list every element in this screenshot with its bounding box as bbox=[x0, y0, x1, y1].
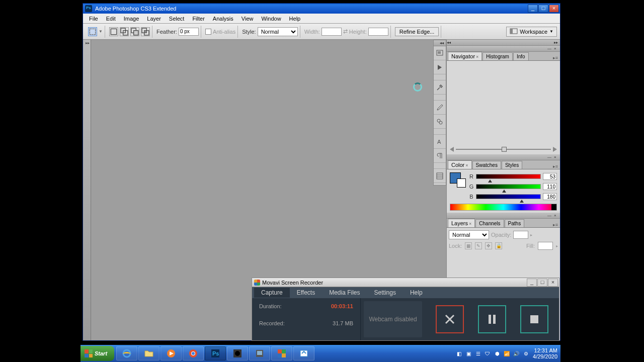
taskbar-ie[interactable] bbox=[116, 346, 137, 360]
dock-collapse-icon[interactable]: ◂◂ bbox=[440, 41, 445, 45]
blend-mode-select[interactable]: Normal bbox=[449, 230, 489, 239]
movavi-maximize-button[interactable]: □ bbox=[537, 279, 547, 287]
webcam-panel[interactable]: Webcam disabled bbox=[364, 301, 422, 337]
tab-channels[interactable]: Channels bbox=[475, 219, 504, 227]
dock-actions-icon[interactable] bbox=[434, 60, 446, 74]
selection-new-button[interactable] bbox=[109, 27, 118, 36]
bg-color[interactable] bbox=[457, 178, 466, 188]
movavi-titlebar[interactable]: Movavi Screen Recorder _ □ × bbox=[252, 278, 559, 287]
taskbar-photoshop[interactable]: Ps bbox=[205, 346, 226, 360]
selection-add-button[interactable] bbox=[120, 27, 129, 36]
tab-styles[interactable]: Styles bbox=[502, 161, 522, 169]
movavi-close-button[interactable]: × bbox=[548, 279, 558, 287]
selection-subtract-button[interactable] bbox=[130, 27, 139, 36]
movavi-menu-help[interactable]: Help bbox=[403, 288, 430, 298]
panel-collapse-icon[interactable]: ◂◂ bbox=[447, 41, 452, 45]
dock-paragraph-icon[interactable] bbox=[434, 149, 446, 163]
tab-close-icon[interactable]: × bbox=[465, 163, 468, 168]
start-button[interactable]: Start bbox=[80, 346, 114, 361]
dock-tools-icon[interactable] bbox=[434, 80, 446, 95]
panel-close-icon[interactable]: × bbox=[554, 47, 559, 51]
movavi-menu-media[interactable]: Media Files bbox=[322, 288, 367, 298]
zoom-slider[interactable] bbox=[456, 149, 551, 150]
spectrum-bar[interactable] bbox=[450, 204, 557, 211]
close-button[interactable]: × bbox=[549, 5, 559, 13]
cancel-button[interactable] bbox=[436, 305, 464, 333]
taskbar-explorer[interactable] bbox=[138, 346, 159, 360]
menu-file[interactable]: File bbox=[85, 15, 102, 23]
panel-close-icon[interactable]: × bbox=[554, 214, 559, 218]
tray-shield-icon[interactable]: 🛡 bbox=[484, 349, 492, 357]
lock-paint-icon[interactable]: ✎ bbox=[475, 242, 482, 249]
movavi-minimize-button[interactable]: _ bbox=[527, 279, 537, 287]
menu-edit[interactable]: Edit bbox=[102, 15, 120, 23]
dock-layercomps-icon[interactable] bbox=[434, 169, 446, 183]
dock-clone-icon[interactable] bbox=[434, 115, 446, 129]
tab-swatches[interactable]: Swatches bbox=[472, 161, 501, 169]
left-dock-strip[interactable]: ▸▸ bbox=[83, 40, 91, 340]
clock[interactable]: 12:31 AM 4/29/2020 bbox=[533, 347, 557, 359]
tray-icon[interactable]: ⚙ bbox=[522, 349, 530, 357]
lock-move-icon[interactable]: ✥ bbox=[485, 242, 492, 249]
menu-help[interactable]: Help bbox=[285, 15, 305, 23]
panel-menu-icon[interactable]: ▸≡ bbox=[553, 55, 558, 60]
refine-edge-button[interactable]: Refine Edge... bbox=[395, 27, 439, 36]
tab-info[interactable]: Info bbox=[513, 52, 529, 60]
tray-icon[interactable]: ◧ bbox=[455, 349, 463, 357]
tab-paths[interactable]: Paths bbox=[505, 219, 525, 227]
g-slider[interactable] bbox=[476, 184, 541, 189]
b-slider[interactable] bbox=[476, 194, 541, 199]
dock-character-icon[interactable]: A bbox=[434, 135, 446, 149]
lock-all-icon[interactable]: 🔒 bbox=[495, 242, 502, 249]
panel-menu-icon[interactable]: ▸≡ bbox=[553, 164, 558, 169]
pause-button[interactable] bbox=[478, 305, 506, 333]
tab-histogram[interactable]: Histogram bbox=[482, 52, 513, 60]
menu-filter[interactable]: Filter bbox=[188, 15, 208, 23]
tab-navigator[interactable]: Navigator× bbox=[448, 52, 482, 60]
zoom-in-icon[interactable] bbox=[553, 147, 557, 152]
tab-color[interactable]: Color× bbox=[448, 160, 472, 169]
tray-icon[interactable]: ☰ bbox=[474, 349, 482, 357]
tab-close-icon[interactable]: × bbox=[476, 54, 478, 59]
swap-wh-icon[interactable]: ⇄ bbox=[343, 28, 348, 35]
tray-volume-icon[interactable]: 🔊 bbox=[512, 349, 520, 357]
movavi-menu-effects[interactable]: Effects bbox=[290, 288, 322, 298]
titlebar[interactable]: Adobe Photoshop CS3 Extended _ □ × bbox=[83, 4, 560, 14]
taskbar-app1[interactable] bbox=[227, 346, 248, 360]
taskbar-movavi[interactable] bbox=[271, 346, 292, 360]
tray-icon[interactable]: ▣ bbox=[464, 349, 472, 357]
stop-button[interactable] bbox=[520, 305, 548, 333]
style-select[interactable]: Normal bbox=[258, 27, 298, 36]
zoom-out-icon[interactable] bbox=[450, 147, 454, 152]
taskbar-app2[interactable] bbox=[249, 346, 270, 360]
selection-intersect-button[interactable] bbox=[141, 27, 150, 36]
tray-icon[interactable]: ⬢ bbox=[493, 349, 501, 357]
tab-layers[interactable]: Layers× bbox=[448, 219, 475, 227]
r-value[interactable] bbox=[543, 173, 557, 180]
feather-input[interactable] bbox=[179, 28, 199, 36]
panel-close-icon[interactable]: × bbox=[554, 155, 559, 159]
menu-analysis[interactable]: Analysis bbox=[209, 15, 237, 23]
marquee-tool-preset[interactable] bbox=[88, 27, 97, 36]
dock-navigator-icon[interactable] bbox=[434, 46, 446, 60]
menu-layer[interactable]: Layer bbox=[143, 15, 165, 23]
r-slider[interactable] bbox=[476, 174, 541, 179]
panel-min-icon[interactable]: — bbox=[547, 214, 552, 218]
panel-min-icon[interactable]: — bbox=[547, 47, 552, 51]
movavi-menu-capture[interactable]: Capture bbox=[254, 288, 290, 298]
taskbar-app3[interactable] bbox=[293, 346, 314, 360]
dock-brushes-icon[interactable] bbox=[434, 101, 446, 115]
panel-min-icon[interactable]: — bbox=[547, 155, 552, 159]
menu-view[interactable]: View bbox=[237, 15, 258, 23]
tray-network-icon[interactable]: 📶 bbox=[503, 349, 511, 357]
menu-select[interactable]: Select bbox=[165, 15, 189, 23]
maximize-button[interactable]: □ bbox=[538, 5, 548, 13]
panel-expand-icon[interactable]: ▸▸ bbox=[554, 41, 559, 45]
panel-menu-icon[interactable]: ▸≡ bbox=[553, 222, 558, 227]
minimize-button[interactable]: _ bbox=[528, 5, 538, 13]
menu-image[interactable]: Image bbox=[120, 15, 143, 23]
workspace-menu[interactable]: Workspace ▼ bbox=[506, 27, 557, 37]
menu-window[interactable]: Window bbox=[257, 15, 285, 23]
g-value[interactable] bbox=[543, 183, 557, 190]
b-value[interactable] bbox=[543, 193, 557, 200]
